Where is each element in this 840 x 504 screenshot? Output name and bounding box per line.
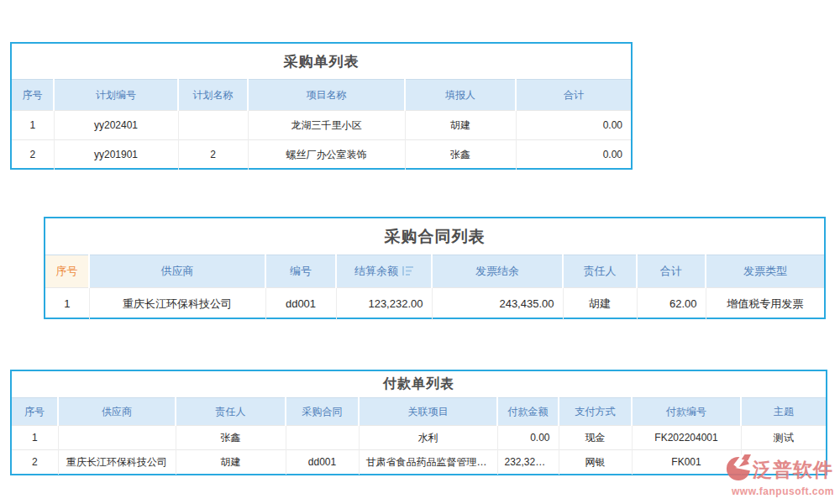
cell-total: 0.00 <box>516 140 631 170</box>
cell-payment-number: FK001 <box>632 450 741 475</box>
cell-serial: 1 <box>45 288 89 320</box>
cell-payment-number: FK202204001 <box>632 426 741 450</box>
column-header-responsible: 责任人 <box>176 398 286 426</box>
cell-responsible: 张鑫 <box>176 426 286 450</box>
column-header-filler: 填报人 <box>405 80 516 111</box>
table-row[interactable]: 1 张鑫 水利 0.00 现金 FK202204001 测试 <box>12 426 826 450</box>
cell-payment-method: 网银 <box>559 450 632 475</box>
cell-filler: 张鑫 <box>405 140 516 170</box>
column-header-responsible: 责任人 <box>563 255 637 288</box>
cell-serial: 1 <box>12 426 58 450</box>
table-row[interactable]: 1 yy202401 龙湖三千里小区 胡建 0.00 <box>12 111 631 140</box>
cell-responsible: 胡建 <box>176 450 286 475</box>
cell-plan-number: yy202401 <box>54 111 178 140</box>
cell-plan-number: yy201901 <box>54 140 178 170</box>
cell-project-name: 螺丝厂办公室装饰 <box>248 140 405 170</box>
purchase-order-table: 序号 计划编号 计划名称 项目名称 填报人 合计 1 yy202401 龙湖三千… <box>12 79 631 170</box>
column-header-project-name: 项目名称 <box>248 80 405 111</box>
cell-payment-method: 现金 <box>559 426 632 450</box>
table-row[interactable]: 1 重庆长江环保科技公司 dd001 123,232.00 243,435.00… <box>45 288 824 320</box>
cell-serial: 2 <box>12 140 54 170</box>
cell-subject: 测试 <box>741 426 826 450</box>
cell-total: 62.00 <box>637 288 706 320</box>
table-row[interactable]: 2 yy201901 2 螺丝厂办公室装饰 张鑫 0.00 <box>12 140 631 170</box>
cell-total: 0.00 <box>516 111 631 140</box>
watermark-url: www.fanpusoft.com <box>726 486 840 497</box>
cell-project-name: 龙湖三千里小区 <box>248 111 405 140</box>
cell-invoice-balance: 243,435.00 <box>432 288 563 320</box>
column-header-label: 结算余额 <box>354 265 398 277</box>
payment-order-list-panel: 付款单列表 序号 供应商 责任人 采购合同 关联项目 付款金额 支付方式 付款编… <box>10 370 827 475</box>
column-header-total: 合计 <box>516 80 631 111</box>
cell-number: dd001 <box>265 288 336 320</box>
fanpu-logo-icon <box>726 454 751 485</box>
column-header-payment-amount: 付款金额 <box>497 398 559 426</box>
sort-amount-icon[interactable] <box>402 265 413 278</box>
cell-supplier: 重庆长江环保科技公司 <box>89 288 265 320</box>
column-header-payment-method: 支付方式 <box>559 398 632 426</box>
column-header-invoice-type: 发票类型 <box>706 255 824 288</box>
header-row: 序号 计划编号 计划名称 项目名称 填报人 合计 <box>12 80 631 111</box>
cell-payment-amount: 232,324.00 <box>497 450 559 475</box>
purchase-order-list-panel: 采购单列表 序号 计划编号 计划名称 项目名称 填报人 合计 1 yy20240… <box>10 42 633 170</box>
column-header-settlement-balance[interactable]: 结算余额 <box>336 255 432 288</box>
column-header-serial: 序号 <box>45 255 89 288</box>
page-title: 采购单列表 <box>12 44 631 79</box>
header-row: 序号 供应商 责任人 采购合同 关联项目 付款金额 支付方式 付款编号 主题 <box>12 398 826 426</box>
column-header-plan-number: 计划编号 <box>54 80 178 111</box>
column-header-serial: 序号 <box>12 80 54 111</box>
cell-plan-name <box>178 111 248 140</box>
cell-supplier: 重庆长江环保科技公司 <box>58 450 176 475</box>
page-title: 付款单列表 <box>12 371 826 397</box>
vendor-watermark: 泛普软件 www.fanpusoft.com <box>726 454 840 497</box>
header-row: 序号 供应商 编号 结算余额 发票结余 责任人 合计 发票类型 <box>45 255 824 288</box>
column-header-plan-name: 计划名称 <box>178 80 248 111</box>
column-header-invoice-balance: 发票结余 <box>432 255 563 288</box>
column-header-related-project: 关联项目 <box>359 398 497 426</box>
page-title: 采购合同列表 <box>45 218 824 255</box>
cell-responsible: 胡建 <box>563 288 637 320</box>
cell-related-project: 甘肃省食品药品监督管理局... <box>359 450 497 475</box>
column-header-purchase-contract: 采购合同 <box>286 398 359 426</box>
cell-supplier <box>58 426 176 450</box>
purchase-contract-list-panel: 采购合同列表 序号 供应商 编号 结算余额 发票结余 责任人 合计 发票类型 1… <box>44 217 826 319</box>
cell-plan-name: 2 <box>178 140 248 170</box>
column-header-supplier: 供应商 <box>89 255 265 288</box>
cell-serial: 1 <box>12 111 54 140</box>
column-header-serial: 序号 <box>12 398 58 426</box>
table-row[interactable]: 2 重庆长江环保科技公司 胡建 dd001 甘肃省食品药品监督管理局... 23… <box>12 450 826 475</box>
watermark-brand: 泛普软件 <box>753 457 833 482</box>
column-header-supplier: 供应商 <box>58 398 176 426</box>
cell-purchase-contract <box>286 426 359 450</box>
purchase-contract-table: 序号 供应商 编号 结算余额 发票结余 责任人 合计 发票类型 1 重庆长江环保… <box>45 255 824 320</box>
column-header-payment-number: 付款编号 <box>632 398 741 426</box>
cell-filler: 胡建 <box>405 111 516 140</box>
cell-settlement-balance: 123,232.00 <box>336 288 432 320</box>
cell-purchase-contract: dd001 <box>286 450 359 475</box>
cell-serial: 2 <box>12 450 58 475</box>
column-header-total: 合计 <box>637 255 706 288</box>
column-header-number: 编号 <box>265 255 336 288</box>
cell-related-project: 水利 <box>359 426 497 450</box>
payment-order-table: 序号 供应商 责任人 采购合同 关联项目 付款金额 支付方式 付款编号 主题 1… <box>12 397 826 475</box>
column-header-subject: 主题 <box>741 398 826 426</box>
cell-invoice-type: 增值税专用发票 <box>706 288 824 320</box>
cell-payment-amount: 0.00 <box>497 426 559 450</box>
